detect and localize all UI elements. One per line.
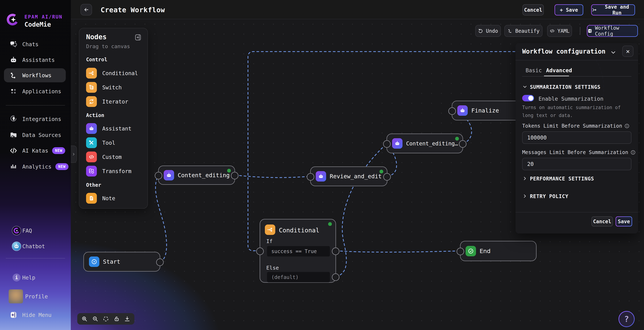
sidebar-item-label: Data Sources (22, 132, 61, 138)
arrow-left-icon (83, 7, 89, 13)
messages-limit-input[interactable] (522, 158, 632, 170)
save-button[interactable]: + Save (554, 4, 583, 16)
sidebar-item-analytics[interactable]: Analytics NEW (4, 160, 66, 174)
zoom-out-icon[interactable] (92, 316, 98, 322)
assistants-icon (9, 56, 18, 64)
sidebar-item-label: Hide Menu (22, 312, 52, 318)
chats-icon (9, 40, 18, 48)
output-connector[interactable] (156, 258, 164, 266)
sidebar-item-chats[interactable]: Chats (4, 37, 66, 51)
node-conditional[interactable]: Conditional If success == True Else (def… (260, 219, 336, 283)
panel-expand-handle[interactable] (71, 146, 77, 163)
close-icon[interactable]: × (622, 46, 634, 57)
input-connector[interactable] (256, 248, 264, 255)
save-and-run-button[interactable]: Save and Run (591, 4, 635, 16)
node-review-and-edit[interactable]: Review_and_edit (310, 166, 388, 186)
config-cancel-button[interactable]: Cancel (592, 216, 613, 226)
info-icon[interactable] (624, 123, 630, 129)
section-performance-settings[interactable]: PERFORMANCE SETTINGS (530, 176, 594, 182)
else-output-connector[interactable] (332, 274, 340, 281)
input-connector[interactable] (155, 172, 162, 180)
output-connector[interactable] (231, 172, 238, 180)
chevron-right-icon[interactable] (522, 176, 528, 181)
sidebar-item-data-sources[interactable]: Data Sources (4, 128, 66, 142)
output-connector[interactable] (459, 140, 466, 148)
fit-view-icon[interactable] (102, 316, 109, 322)
tokens-limit-input[interactable] (522, 132, 632, 144)
run-merge-icon (592, 7, 597, 12)
else-row[interactable]: (default) (267, 272, 330, 282)
node-template-switch[interactable]: Switch (86, 82, 142, 93)
yaml-button[interactable]: YAML (547, 25, 572, 37)
sidebar-item-profile[interactable]: Profile (4, 289, 66, 304)
sidebar-item-label: FAQ (22, 228, 32, 234)
tab-basic[interactable]: Basic (526, 67, 542, 74)
input-connector[interactable] (448, 107, 456, 115)
sidebar-item-ai-katas[interactable]: AI Katas NEW (4, 144, 66, 158)
status-dot (227, 169, 231, 172)
undo-button[interactable]: Undo (475, 25, 501, 37)
toolbar-separator (580, 27, 580, 35)
if-output-connector[interactable] (332, 248, 340, 255)
sidebar-item-chatbot[interactable]: Chatbot (4, 239, 66, 253)
section-other: Other (86, 182, 101, 188)
workflow-config-button[interactable]: Workflow Config (587, 25, 638, 37)
info-icon[interactable] (630, 150, 636, 155)
section-retry-policy[interactable]: RETRY POLICY (530, 194, 568, 199)
enable-summarization-label: Enable Summarization (538, 96, 604, 102)
input-connector[interactable] (383, 140, 391, 148)
sidebar-item-assistants[interactable]: Assistants (4, 53, 66, 67)
node-content-editing-2[interactable]: Content_editing… (386, 134, 463, 153)
node-template-conditional[interactable]: Conditional (86, 68, 142, 79)
node-start[interactable]: Start (84, 252, 160, 272)
undo-label: Undo (486, 28, 498, 34)
node-end[interactable]: End (460, 241, 536, 261)
collapse-panel-icon[interactable] (134, 34, 142, 41)
enable-summarization-toggle[interactable] (522, 95, 534, 101)
help-button[interactable]: ? (618, 311, 635, 327)
sidebar-item-applications[interactable]: Applications (4, 84, 66, 98)
back-button[interactable] (80, 4, 92, 16)
node-template-tool[interactable]: Tool (86, 137, 142, 148)
node-template-note[interactable]: Note (86, 192, 142, 204)
sidebar-item-faq[interactable]: FAQ (4, 224, 66, 238)
codemie-logo-icon (6, 12, 19, 27)
node-template-assistant[interactable]: Assistant (86, 123, 142, 134)
chevron-down-icon[interactable] (610, 49, 616, 56)
node-template-label: Transform (102, 168, 132, 174)
node-content-editing[interactable]: Content_editing (158, 166, 235, 185)
zoom-in-icon[interactable] (81, 316, 88, 322)
sidebar-item-workflows[interactable]: Workflows (4, 68, 66, 82)
profile-avatar (8, 290, 23, 304)
integrations-icon (9, 115, 18, 123)
chevron-down-icon[interactable] (522, 84, 528, 90)
status-dot (380, 170, 383, 174)
input-connector[interactable] (307, 173, 314, 181)
data-sources-icon (9, 131, 18, 139)
if-condition-row[interactable]: success == True (267, 246, 330, 256)
cancel-button[interactable]: Cancel (522, 4, 544, 16)
sidebar-item-integrations[interactable]: Integrations (4, 112, 66, 126)
node-template-transform[interactable]: Transform (86, 165, 142, 177)
sidebar-divider (6, 258, 65, 258)
beautify-button[interactable]: Beautify (504, 25, 542, 37)
output-connector[interactable] (383, 173, 391, 181)
chatbot-avatar-icon (12, 242, 21, 251)
sidebar-item-help[interactable]: i Help (4, 270, 66, 284)
lock-icon[interactable] (114, 316, 120, 322)
section-control: Control (86, 56, 107, 62)
chevron-right-icon[interactable] (522, 194, 528, 199)
node-template-iterator[interactable]: Iterator (86, 96, 142, 107)
else-label: Else (266, 265, 279, 271)
node-template-label: Assistant (102, 126, 132, 132)
node-label: Content_editing… (406, 140, 458, 147)
node-template-custom[interactable]: Custom (86, 151, 142, 163)
brand-app-name: CodeMie (24, 21, 51, 28)
input-connector[interactable] (456, 248, 464, 255)
download-icon[interactable] (124, 316, 130, 322)
workflow-canvas[interactable]: Create Workflow Cancel + Save Save and R… (71, 0, 644, 330)
sidebar-item-hide-menu[interactable]: Hide Menu (4, 308, 66, 322)
section-summarization-settings[interactable]: SUMMARIZATION SETTINGS (530, 84, 600, 90)
config-save-button[interactable]: Save (616, 216, 632, 226)
tab-advanced[interactable]: Advanced (546, 67, 572, 74)
